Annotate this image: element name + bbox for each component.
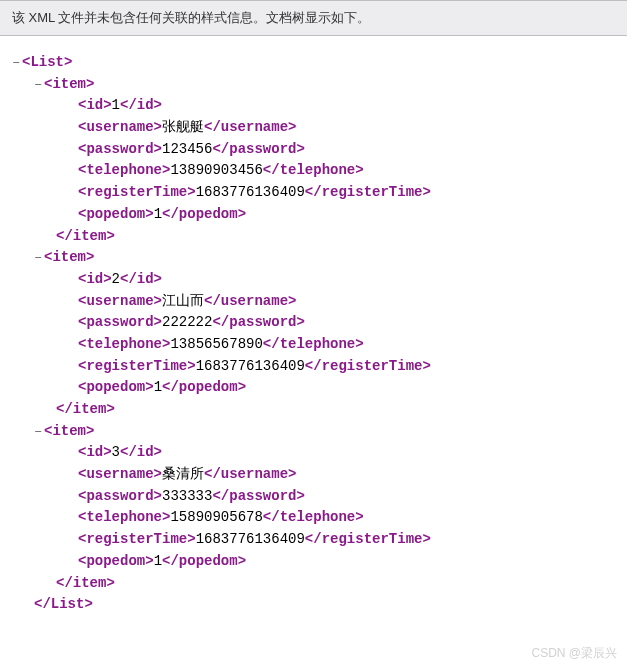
xml-line: <telephone>13890903456</telephone> (12, 160, 615, 182)
xml-open-tag: <popedom> (78, 206, 154, 222)
xml-close-tag: </username> (204, 293, 296, 309)
xml-line: –<item> (12, 74, 615, 96)
xml-close-tag: </username> (204, 466, 296, 482)
xml-open-tag: <telephone> (78, 162, 170, 178)
collapse-toggle-icon[interactable]: – (34, 247, 44, 269)
xml-line: <telephone>15890905678</telephone> (12, 507, 615, 529)
xml-open-tag: <id> (78, 271, 112, 287)
xml-open-tag: <item> (44, 423, 94, 439)
xml-text-value: 1 (112, 97, 120, 113)
xml-close-tag: </item> (56, 575, 115, 591)
xml-close-tag: </telephone> (263, 336, 364, 352)
xml-text-value: 3 (112, 444, 120, 460)
xml-close-tag: </password> (212, 488, 304, 504)
xml-close-tag: </registerTime> (305, 531, 431, 547)
xml-close-tag: </password> (212, 141, 304, 157)
xml-line: <username>桑清所</username> (12, 464, 615, 486)
xml-open-tag: <username> (78, 466, 162, 482)
xml-open-tag: <registerTime> (78, 184, 196, 200)
xml-line: –<item> (12, 247, 615, 269)
xml-line: <password>333333</password> (12, 486, 615, 508)
xml-close-tag: </popedom> (162, 206, 246, 222)
xml-line: <id>1</id> (12, 95, 615, 117)
xml-line: </List> (12, 594, 615, 616)
xml-open-tag: <telephone> (78, 509, 170, 525)
xml-text-value: 江山而 (162, 293, 204, 309)
xml-line: <password>222222</password> (12, 312, 615, 334)
xml-open-tag: <popedom> (78, 379, 154, 395)
xml-close-tag: </id> (120, 444, 162, 460)
xml-text-value: 2 (112, 271, 120, 287)
xml-line: <telephone>13856567890</telephone> (12, 334, 615, 356)
xml-line: <id>3</id> (12, 442, 615, 464)
xml-close-tag: </item> (56, 228, 115, 244)
collapse-toggle-icon[interactable]: – (12, 52, 22, 74)
xml-close-tag: </telephone> (263, 509, 364, 525)
xml-close-tag: </password> (212, 314, 304, 330)
xml-close-tag: </item> (56, 401, 115, 417)
xml-close-tag: </registerTime> (305, 184, 431, 200)
info-banner: 该 XML 文件并未包含任何关联的样式信息。文档树显示如下。 (0, 0, 627, 36)
xml-line: <id>2</id> (12, 269, 615, 291)
xml-open-tag: <password> (78, 488, 162, 504)
xml-open-tag: <id> (78, 97, 112, 113)
xml-text-value: 123456 (162, 141, 212, 157)
xml-line: <registerTime>1683776136409</registerTim… (12, 182, 615, 204)
info-text: 该 XML 文件并未包含任何关联的样式信息。文档树显示如下。 (12, 10, 370, 25)
xml-open-tag: <registerTime> (78, 531, 196, 547)
xml-text-value: 333333 (162, 488, 212, 504)
xml-text-value: 13856567890 (170, 336, 262, 352)
xml-open-tag: <username> (78, 293, 162, 309)
xml-line: <username>江山而</username> (12, 291, 615, 313)
xml-line: </item> (12, 226, 615, 248)
watermark: CSDN @梁辰兴 (531, 645, 617, 662)
xml-line: <popedom>1</popedom> (12, 204, 615, 226)
xml-line: </item> (12, 399, 615, 421)
xml-line: <username>张舰艇</username> (12, 117, 615, 139)
xml-tree: –<List>–<item><id>1</id><username>张舰艇</u… (0, 36, 627, 628)
xml-text-value: 张舰艇 (162, 119, 204, 135)
xml-open-tag: <popedom> (78, 553, 154, 569)
xml-close-tag: </id> (120, 271, 162, 287)
xml-text-value: 桑清所 (162, 466, 204, 482)
xml-close-tag: </List> (34, 596, 93, 612)
xml-line: <password>123456</password> (12, 139, 615, 161)
xml-line: <popedom>1</popedom> (12, 377, 615, 399)
xml-close-tag: </registerTime> (305, 358, 431, 374)
xml-text-value: 1 (154, 379, 162, 395)
xml-text-value: 222222 (162, 314, 212, 330)
xml-line: <registerTime>1683776136409</registerTim… (12, 356, 615, 378)
xml-open-tag: <List> (22, 54, 72, 70)
xml-line: <popedom>1</popedom> (12, 551, 615, 573)
xml-text-value: 1 (154, 553, 162, 569)
xml-text-value: 1683776136409 (196, 184, 305, 200)
xml-text-value: 1 (154, 206, 162, 222)
collapse-toggle-icon[interactable]: – (34, 421, 44, 443)
xml-open-tag: <password> (78, 141, 162, 157)
watermark-text: CSDN @梁辰兴 (531, 646, 617, 660)
xml-open-tag: <password> (78, 314, 162, 330)
xml-open-tag: <registerTime> (78, 358, 196, 374)
xml-open-tag: <id> (78, 444, 112, 460)
collapse-toggle-icon[interactable]: – (34, 74, 44, 96)
xml-line: –<item> (12, 421, 615, 443)
xml-line: </item> (12, 573, 615, 595)
xml-close-tag: </telephone> (263, 162, 364, 178)
xml-text-value: 13890903456 (170, 162, 262, 178)
xml-close-tag: </id> (120, 97, 162, 113)
xml-open-tag: <username> (78, 119, 162, 135)
xml-close-tag: </username> (204, 119, 296, 135)
xml-close-tag: </popedom> (162, 553, 246, 569)
xml-open-tag: <telephone> (78, 336, 170, 352)
xml-text-value: 1683776136409 (196, 358, 305, 374)
xml-open-tag: <item> (44, 249, 94, 265)
xml-text-value: 1683776136409 (196, 531, 305, 547)
xml-line: <registerTime>1683776136409</registerTim… (12, 529, 615, 551)
xml-open-tag: <item> (44, 76, 94, 92)
xml-text-value: 15890905678 (170, 509, 262, 525)
xml-close-tag: </popedom> (162, 379, 246, 395)
xml-line: –<List> (12, 52, 615, 74)
